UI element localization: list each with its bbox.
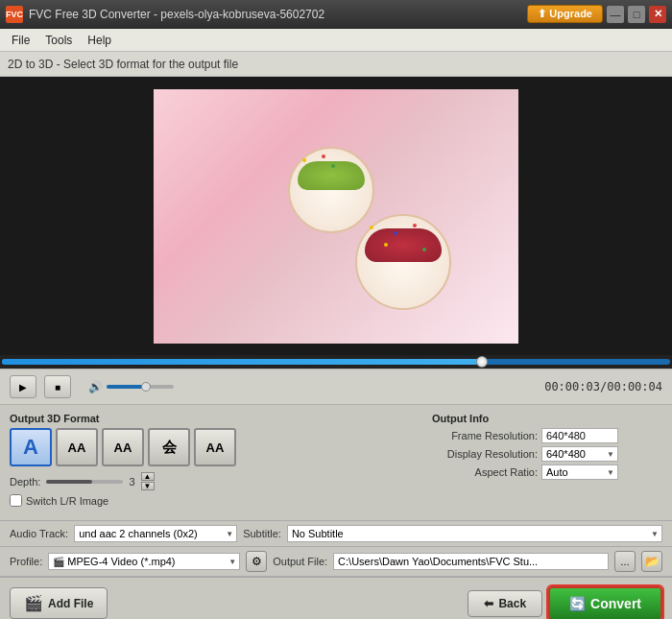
seekbar-thumb[interactable] <box>476 356 488 368</box>
seekbar-fill <box>2 359 483 365</box>
title-text: FVC Free 3D Converter - pexels-olya-kobr… <box>29 8 324 21</box>
display-resolution-dropdown[interactable]: 640*480 <box>541 446 618 462</box>
aspect-ratio-row: Aspect Ratio: Auto <box>432 464 662 480</box>
settings-row1: Output 3D Format A AA AA 会 AA Depth: 3 ▲… <box>10 413 662 507</box>
depth-decrease[interactable]: ▼ <box>141 482 155 490</box>
stop-button[interactable]: ■ <box>44 375 71 398</box>
format-sidebyside[interactable]: AA <box>56 428 98 466</box>
switch-lr: Switch L/R Image <box>10 494 422 507</box>
frame-resolution-key: Frame Resolution: <box>432 430 538 441</box>
depth-label: Depth: <box>10 476 40 488</box>
food-decoration-topping2 <box>365 228 442 262</box>
close-button[interactable]: ✕ <box>649 6 666 23</box>
sprinkle <box>384 243 388 247</box>
profile-label: Profile: <box>10 556 42 567</box>
sprinkle <box>322 155 325 158</box>
depth-value: 3 <box>129 476 134 488</box>
maximize-button[interactable]: □ <box>628 6 645 23</box>
volume-thumb[interactable] <box>141 382 151 392</box>
sprinkle <box>422 248 426 251</box>
add-file-icon: 🎬 <box>24 594 43 612</box>
convert-button[interactable]: 🔄 Convert <box>548 586 662 620</box>
audio-subtitle-row: Audio Track: und aac 2 channels (0x2) Su… <box>0 521 672 547</box>
volume-fill <box>107 385 144 389</box>
subtitle-dropdown[interactable]: No Subtitle <box>287 525 662 542</box>
depth-fill <box>46 480 92 484</box>
format-anaglyph[interactable]: A <box>10 428 52 466</box>
folder-open-button[interactable]: 📂 <box>641 551 662 572</box>
switch-lr-label: Switch L/R Image <box>26 495 108 507</box>
app-icon: FVC <box>6 6 23 23</box>
food-decoration-1 <box>288 147 374 233</box>
output-3d-section: Output 3D Format A AA AA 会 AA Depth: 3 ▲… <box>10 413 422 507</box>
menu-help[interactable]: Help <box>80 32 119 49</box>
title-controls: ⬆ Upgrade — □ ✕ <box>527 5 666 23</box>
settings-gear-button[interactable]: ⚙ <box>246 551 267 572</box>
subtitle-label: Subtitle: <box>243 528 281 539</box>
time-display: 00:00:03/00:00:04 <box>544 380 662 393</box>
format-checkerboard[interactable]: AA <box>194 428 236 466</box>
display-resolution-key: Display Resolution: <box>432 448 538 460</box>
play-button[interactable]: ▶ <box>10 375 36 398</box>
frame-resolution-val: 640*480 <box>541 428 618 443</box>
audio-track-label: Audio Track: <box>10 528 68 539</box>
depth-increase[interactable]: ▲ <box>141 472 155 481</box>
volume-track[interactable] <box>107 385 174 389</box>
depth-spinners: ▲ ▼ <box>141 472 155 490</box>
controls-row: ▶ ■ 🔊 00:00:03/00:00:04 <box>0 369 672 405</box>
aspect-ratio-dropdown[interactable]: Auto <box>541 464 618 480</box>
menu-bar: File Tools Help <box>0 29 672 52</box>
seekbar-track[interactable] <box>2 359 670 365</box>
sprinkle <box>394 231 397 235</box>
switch-lr-checkbox[interactable] <box>10 494 22 507</box>
audio-track-dropdown[interactable]: und aac 2 channels (0x2) <box>74 525 237 542</box>
right-buttons: ⬅ Back 🔄 Convert <box>468 586 662 620</box>
sprinkle <box>302 158 306 162</box>
title-bar: FVC FVC Free 3D Converter - pexels-olya-… <box>0 0 672 29</box>
output-file-path: C:\Users\Dawn Yao\Documents\FVC Stu... <box>333 553 609 570</box>
upgrade-button[interactable]: ⬆ Upgrade <box>527 5 603 23</box>
volume-slider-container: 🔊 <box>88 380 174 393</box>
convert-icon: 🔄 <box>569 596 586 611</box>
sprinkle <box>370 226 373 229</box>
add-file-button[interactable]: 🎬 Add File <box>10 587 108 619</box>
settings-panel: Output 3D Format A AA AA 会 AA Depth: 3 ▲… <box>0 405 672 521</box>
sprinkle <box>413 224 417 227</box>
sprinkle <box>331 164 335 168</box>
bottom-row: 🎬 Add File ⬅ Back 🔄 Convert <box>0 577 672 619</box>
video-thumbnail <box>154 89 518 344</box>
seekbar-container[interactable] <box>0 355 672 369</box>
minimize-button[interactable]: — <box>607 6 624 23</box>
output-info-section: Output Info Frame Resolution: 640*480 Di… <box>432 413 662 507</box>
aspect-ratio-key: Aspect Ratio: <box>432 466 538 478</box>
output-info-label: Output Info <box>432 413 662 424</box>
menu-tools[interactable]: Tools <box>37 32 80 49</box>
output-3d-label: Output 3D Format <box>10 413 422 424</box>
profile-dropdown[interactable]: 🎬MPEG-4 Video (*.mp4) <box>48 553 240 570</box>
output-file-label: Output File: <box>273 556 327 567</box>
depth-section: Depth: 3 ▲ ▼ <box>10 472 422 490</box>
title-left: FVC FVC Free 3D Converter - pexels-olya-… <box>6 6 324 23</box>
back-button[interactable]: ⬅ Back <box>468 590 542 617</box>
format-topbottom[interactable]: AA <box>102 428 144 466</box>
video-area <box>0 77 672 355</box>
menu-file[interactable]: File <box>4 32 37 49</box>
browse-button[interactable]: … <box>614 551 636 572</box>
time-total: 00:00:04 <box>607 380 662 393</box>
depth-track[interactable] <box>46 480 123 484</box>
profile-row: Profile: 🎬MPEG-4 Video (*.mp4) ⚙ Output … <box>0 547 672 577</box>
format-interlaced[interactable]: 会 <box>148 428 190 466</box>
status-text: 2D to 3D - Select 3D format for the outp… <box>8 58 238 71</box>
volume-icon: 🔊 <box>88 380 103 393</box>
format-buttons: A AA AA 会 AA <box>10 428 422 466</box>
status-bar: 2D to 3D - Select 3D format for the outp… <box>0 52 672 77</box>
time-current: 00:00:03 <box>544 380 600 393</box>
frame-resolution-row: Frame Resolution: 640*480 <box>432 428 662 443</box>
display-resolution-row: Display Resolution: 640*480 <box>432 446 662 462</box>
back-icon: ⬅ <box>484 597 493 610</box>
